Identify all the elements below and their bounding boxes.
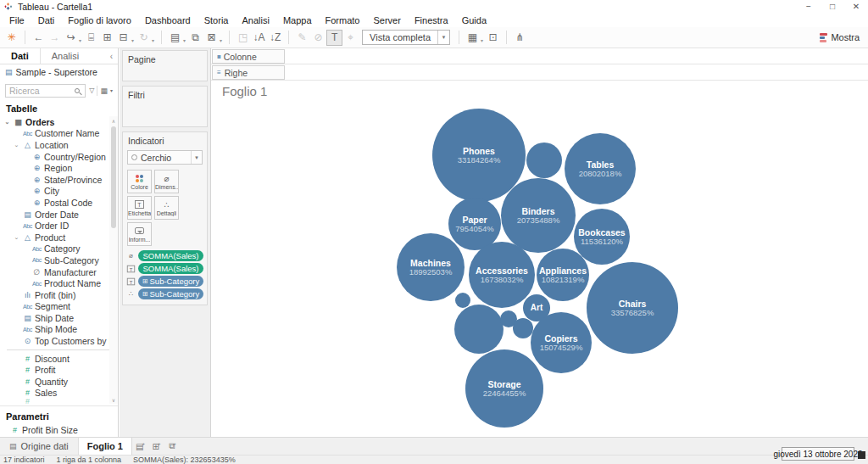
share-button[interactable]: ⋔	[512, 30, 528, 46]
bubble-chairs[interactable]: Chairs33576825%	[587, 262, 678, 354]
scroll-up-icon[interactable]: ∧	[112, 116, 115, 125]
show-me-small-button[interactable]: ▦	[465, 30, 481, 46]
presentation-mode-button[interactable]: ⊡	[485, 30, 501, 46]
format-highlighter-button[interactable]: ✎	[294, 30, 310, 46]
show-me-button[interactable]: Mostra	[820, 32, 860, 42]
tab-dati[interactable]: Dati	[0, 48, 41, 64]
datasource-row[interactable]: ▤ Sample - Superstore	[0, 64, 118, 79]
field-clipped-row[interactable]: #	[0, 399, 118, 404]
menu-item-file[interactable]: File	[3, 15, 31, 25]
bubble-accessories[interactable]: Accessories16738032%	[469, 242, 535, 308]
bubble-appliances[interactable]: Appliances10821319%	[537, 249, 589, 301]
maximize-button[interactable]: □	[821, 2, 844, 11]
field-quantity[interactable]: #Quantity	[0, 376, 118, 388]
field-ship-mode[interactable]: AbcShip Mode	[0, 324, 118, 336]
fix-axes-button[interactable]: ⌖	[342, 30, 359, 46]
attach-button[interactable]: ⊘	[310, 30, 326, 46]
minimize-button[interactable]: −	[797, 2, 821, 11]
field-city[interactable]: ⊕City	[0, 186, 118, 198]
save-button[interactable]: ⌸	[83, 30, 99, 46]
field-postal-code[interactable]: ⊕Postal Code	[0, 197, 118, 209]
view-options-icon[interactable]: ▦	[100, 87, 108, 95]
field-top-customers-by-pr[interactable]: ⊙Top Customers by Pr...	[0, 335, 118, 347]
menu-item-analisi[interactable]: Analisi	[235, 15, 275, 25]
collapse-pane-icon[interactable]: ‹	[110, 52, 118, 61]
pill-somma-sales[interactable]: SOMMA(Sales)	[138, 250, 203, 261]
dropdown-caret-icon[interactable]: ▾	[481, 37, 483, 43]
bubble-unlabeled[interactable]	[455, 293, 470, 308]
field-product-name[interactable]: AbcProduct Name	[0, 277, 118, 289]
pill-sub-category[interactable]: ⊞Sub-Category	[138, 276, 203, 287]
field-manufacturer[interactable]: ∅Manufacturer	[0, 266, 118, 278]
menu-item-foglio-di-lavoro[interactable]: Foglio di lavoro	[61, 15, 138, 25]
show-mark-labels-button[interactable]: T	[326, 30, 342, 46]
pill-somma-sales[interactable]: SOMMA(Sales)	[138, 263, 203, 274]
menu-item-dati[interactable]: Dati	[31, 15, 62, 25]
highlight-button[interactable]: ◳	[235, 30, 251, 46]
menu-item-storia[interactable]: Storia	[198, 15, 236, 25]
dropdown-caret-icon[interactable]: ▾	[183, 37, 186, 43]
sort-descending-button[interactable]: ↓Z	[267, 30, 283, 46]
view-options-caret-icon[interactable]: ▾	[110, 87, 113, 93]
tooltip-button[interactable]: Inform...	[127, 222, 152, 246]
field-category[interactable]: AbcCategory	[0, 243, 118, 255]
new-worksheet-button[interactable]: ▤	[167, 30, 183, 46]
field-location[interactable]: ⌄△Location	[0, 139, 118, 151]
menu-item-dashboard[interactable]: Dashboard	[138, 15, 198, 25]
sheet-tab-foglio-1[interactable]: Foglio 1	[79, 438, 132, 455]
color-button[interactable]: Colore	[127, 170, 152, 193]
tab-analisi[interactable]: Analisi	[41, 48, 90, 64]
run-update-button[interactable]: ↻	[136, 30, 152, 46]
menu-item-server[interactable]: Server	[366, 15, 407, 25]
redo-button[interactable]: ↪	[63, 30, 79, 46]
label-button[interactable]: TEtichetta	[127, 196, 152, 220]
field-sales[interactable]: #Sales	[0, 388, 118, 400]
field-sub-category[interactable]: AbcSub-Category	[0, 254, 118, 266]
datasource-tab[interactable]: ▤ Origine dati	[0, 438, 79, 455]
pause-data-updates-button[interactable]: ⊟	[115, 30, 131, 46]
fit-selector-dropdown[interactable]: Vista completa▼	[362, 30, 450, 45]
size-button[interactable]: ⌀Dimens...	[154, 170, 179, 193]
menu-item-finestra[interactable]: Finestra	[408, 15, 455, 25]
dropdown-caret-icon[interactable]: ▾	[220, 37, 222, 43]
menu-item-guida[interactable]: Guida	[455, 15, 493, 25]
dropdown-caret-icon[interactable]: ▾	[152, 37, 154, 43]
bubble-unlabeled[interactable]	[513, 318, 533, 338]
pill-sub-category[interactable]: ⊞Sub-Category	[138, 288, 203, 299]
duplicate-sheet-button[interactable]: ⧉	[187, 30, 203, 46]
dropdown-caret-icon[interactable]: ▾	[131, 37, 134, 43]
field-orders[interactable]: ⌄▦Orders	[0, 116, 118, 128]
bubble-unlabeled[interactable]	[454, 305, 504, 354]
field-segment[interactable]: AbcSegment	[0, 301, 118, 313]
columns-shelf[interactable]: ııı Colonne	[211, 48, 868, 64]
menu-item-formato[interactable]: Formato	[319, 15, 367, 25]
menu-item-mappa[interactable]: Mappa	[276, 15, 319, 25]
field-profit[interactable]: #Profit	[0, 364, 118, 376]
field-customer-name[interactable]: AbcCustomer Name	[0, 128, 118, 140]
new-datasource-button[interactable]: ⊞	[99, 30, 115, 46]
sort-ascending-button[interactable]: ↓A	[251, 30, 267, 46]
dropdown-caret-icon[interactable]: ▾	[79, 37, 81, 43]
clear-sheet-button[interactable]: ⊠	[203, 30, 220, 46]
field-state-province[interactable]: ⊕State/Province	[0, 174, 118, 186]
field-order-id[interactable]: AbcOrder ID	[0, 220, 118, 232]
field-profit-bin[interactable]: ılıProfit (bin)	[0, 289, 118, 301]
filters-shelf[interactable]: Filtri	[122, 86, 208, 127]
rows-shelf[interactable]: ≡ Righe	[211, 64, 868, 81]
new-worksheet-tab-button[interactable]: ▤+	[132, 438, 148, 455]
new-dashboard-tab-button[interactable]: ⊞+	[148, 438, 164, 455]
bubble-tables[interactable]: Tables20802018%	[565, 133, 636, 204]
field-order-date[interactable]: ▤Order Date	[0, 209, 118, 221]
bubble-machines[interactable]: Machines18992503%	[397, 233, 465, 301]
mark-type-dropdown[interactable]: Cerchio ▼	[127, 150, 203, 165]
parameter-profit-bin-size[interactable]: #Profit Bin Size	[0, 424, 118, 436]
expand-caret-icon[interactable]: ⌄	[3, 119, 11, 126]
bubble-binders[interactable]: Binders20735488%	[501, 178, 576, 253]
close-button[interactable]: ✕	[844, 2, 868, 11]
expand-caret-icon[interactable]: ⌄	[13, 142, 20, 148]
scroll-thumb[interactable]	[111, 126, 116, 228]
field-list-scrollbar[interactable]: ∧ ∨	[109, 116, 118, 404]
field-ship-date[interactable]: ▤Ship Date	[0, 312, 118, 324]
bubble-storage[interactable]: Storage22464455%	[465, 349, 543, 428]
bubble-unlabeled[interactable]	[526, 143, 562, 178]
